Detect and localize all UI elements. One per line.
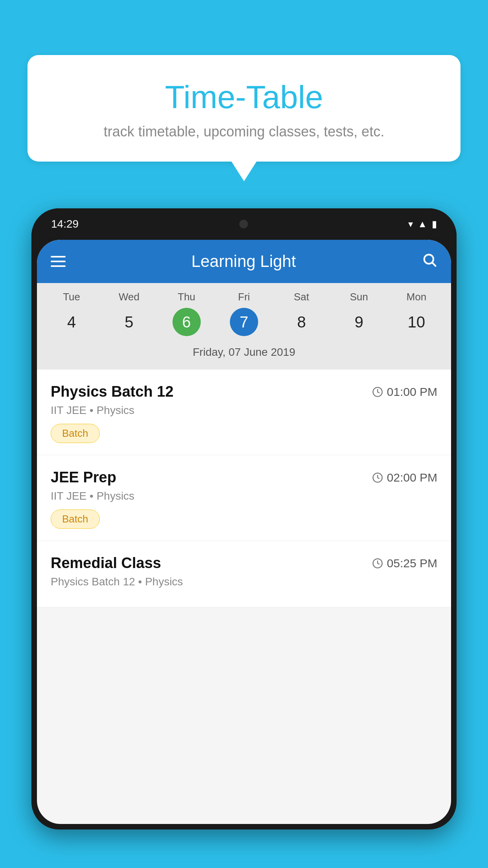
schedule-item[interactable]: Physics Batch 1201:00 PMIIT JEE • Physic…	[37, 370, 451, 455]
search-button[interactable]	[422, 252, 437, 271]
app-title: Learning Light	[191, 252, 296, 271]
battery-icon: ▮	[432, 219, 437, 230]
day-number[interactable]: 9	[345, 308, 373, 336]
clock-icon	[372, 558, 383, 569]
day-name: Tue	[63, 291, 80, 303]
speech-bubble: Time-Table track timetable, upcoming cla…	[28, 55, 460, 162]
day-col-sat[interactable]: Sat8	[273, 291, 330, 336]
schedule-item-time: 05:25 PM	[372, 557, 437, 570]
schedule-item-subtitle: IIT JEE • Physics	[51, 490, 437, 502]
schedule-item-time-text: 01:00 PM	[387, 385, 437, 399]
camera-dot	[239, 220, 248, 228]
schedule-item-time-text: 05:25 PM	[387, 557, 437, 570]
day-name: Sat	[294, 291, 309, 303]
clock-icon	[372, 472, 383, 483]
day-col-mon[interactable]: Mon10	[388, 291, 444, 336]
status-time: 14:29	[51, 218, 79, 230]
schedule-item-header: JEE Prep02:00 PM	[51, 469, 437, 486]
day-number[interactable]: 10	[402, 308, 431, 336]
signal-icon: ▲	[418, 219, 427, 230]
bubble-subtitle: track timetable, upcoming classes, tests…	[47, 123, 441, 140]
phone-container: 14:29 ▾ ▲ ▮ Learning Light	[31, 208, 457, 868]
schedule-item-title: Physics Batch 12	[51, 383, 174, 400]
day-col-sun[interactable]: Sun9	[331, 291, 387, 336]
schedule-item-title: JEE Prep	[51, 469, 116, 486]
day-col-fri[interactable]: Fri7	[216, 291, 272, 336]
day-name: Wed	[119, 291, 139, 303]
svg-line-1	[433, 263, 436, 266]
status-icons: ▾ ▲ ▮	[408, 219, 437, 230]
batch-badge: Batch	[51, 509, 100, 529]
day-col-tue[interactable]: Tue4	[43, 291, 99, 336]
schedule-item-subtitle: Physics Batch 12 • Physics	[51, 576, 437, 588]
schedule-item-subtitle: IIT JEE • Physics	[51, 404, 437, 417]
menu-button[interactable]	[51, 256, 66, 267]
day-name: Mon	[407, 291, 427, 303]
app-header: Learning Light	[37, 240, 451, 283]
schedule-item-time: 01:00 PM	[372, 385, 437, 399]
phone-status-bar: 14:29 ▾ ▲ ▮	[31, 208, 457, 240]
schedule-item-header: Physics Batch 1201:00 PM	[51, 383, 437, 400]
phone-screen: Learning Light Tue4Wed5Thu6Fri7Sat8Sun9M…	[37, 240, 451, 824]
day-col-thu[interactable]: Thu6	[158, 291, 215, 336]
schedule-item-title: Remedial Class	[51, 555, 161, 572]
day-number[interactable]: 6	[172, 308, 201, 336]
schedule-item-header: Remedial Class05:25 PM	[51, 555, 437, 572]
schedule-item[interactable]: Remedial Class05:25 PMPhysics Batch 12 •…	[37, 541, 451, 607]
day-number[interactable]: 4	[57, 308, 86, 336]
phone-notch	[220, 214, 267, 234]
svg-point-0	[424, 254, 433, 263]
batch-badge: Batch	[51, 424, 100, 443]
day-number[interactable]: 5	[115, 308, 143, 336]
bubble-title: Time-Table	[47, 79, 441, 116]
speech-bubble-container: Time-Table track timetable, upcoming cla…	[28, 55, 460, 162]
schedule-item-time: 02:00 PM	[372, 471, 437, 484]
wifi-icon: ▾	[408, 219, 413, 230]
day-name: Thu	[178, 291, 195, 303]
schedule-list: Physics Batch 1201:00 PMIIT JEE • Physic…	[37, 370, 451, 607]
day-name: Fri	[238, 291, 250, 303]
week-days-row: Tue4Wed5Thu6Fri7Sat8Sun9Mon10	[37, 291, 451, 336]
day-name: Sun	[350, 291, 368, 303]
selected-date-label: Friday, 07 June 2019	[37, 342, 451, 366]
day-col-wed[interactable]: Wed5	[101, 291, 157, 336]
clock-icon	[372, 386, 383, 397]
phone-mockup: 14:29 ▾ ▲ ▮ Learning Light	[31, 208, 457, 829]
day-number[interactable]: 7	[230, 308, 258, 336]
schedule-item[interactable]: JEE Prep02:00 PMIIT JEE • PhysicsBatch	[37, 455, 451, 541]
calendar-strip: Tue4Wed5Thu6Fri7Sat8Sun9Mon10 Friday, 07…	[37, 283, 451, 370]
schedule-item-time-text: 02:00 PM	[387, 471, 437, 484]
day-number[interactable]: 8	[287, 308, 316, 336]
